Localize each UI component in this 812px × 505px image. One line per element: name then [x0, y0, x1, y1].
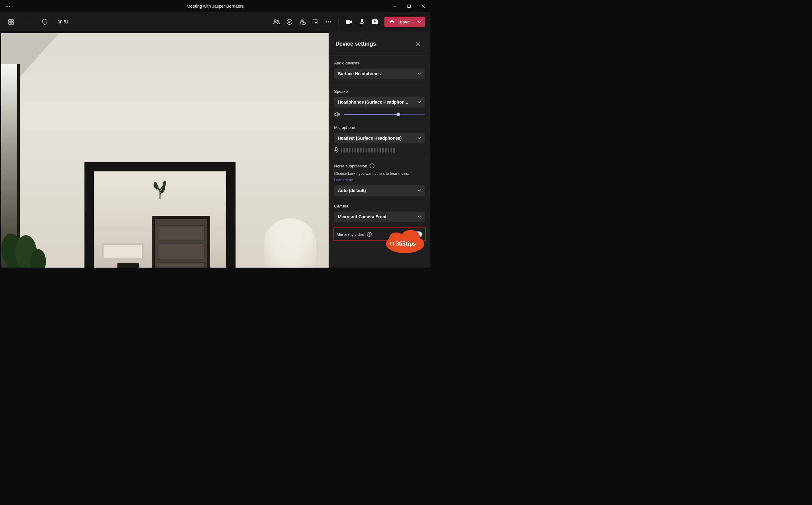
- maximize-icon: [407, 4, 411, 8]
- leave-button-label: Leave: [397, 19, 410, 24]
- brand-logo: 365tips: [384, 230, 427, 254]
- minimize-button[interactable]: [388, 0, 402, 12]
- mic-icon: [334, 147, 339, 153]
- learn-more-link[interactable]: Learn more: [334, 178, 353, 182]
- info-icon[interactable]: [370, 163, 375, 168]
- svg-rect-16: [313, 20, 318, 24]
- meeting-timer: 00:51: [58, 19, 68, 24]
- microphone-value: Headset (Surface Headphones): [338, 136, 402, 141]
- window-title: Meeting with Jasper Bernaers: [187, 4, 243, 9]
- chevron-down-icon: [417, 215, 421, 218]
- volume-slider[interactable]: [344, 114, 425, 115]
- chat-button[interactable]: [284, 16, 295, 27]
- svg-rect-5: [11, 19, 14, 22]
- svg-point-9: [277, 20, 279, 22]
- svg-point-38: [369, 233, 370, 234]
- panel-title: Device settings: [336, 41, 376, 47]
- audio-devices-dropdown[interactable]: Surface Headphones: [334, 68, 425, 79]
- pip-icon: [312, 19, 319, 25]
- svg-rect-7: [11, 22, 14, 24]
- hand-icon: [299, 19, 306, 25]
- chevron-down-icon: [417, 72, 421, 75]
- leave-options-button[interactable]: [414, 17, 425, 27]
- camera-icon: [346, 19, 352, 24]
- divider: [339, 18, 339, 26]
- camera-label: Camera: [334, 204, 425, 208]
- plant-decoration: [1, 190, 47, 268]
- chevron-down-icon: [417, 189, 421, 192]
- svg-point-35: [372, 165, 372, 165]
- camera-value: Microsoft Camera Front: [338, 214, 387, 219]
- device-settings-panel: Device settings Audio devices Surface He…: [329, 31, 430, 268]
- reactions-button[interactable]: [297, 16, 308, 27]
- svg-point-15: [304, 23, 305, 23]
- svg-rect-44: [391, 242, 393, 245]
- svg-rect-4: [9, 19, 11, 22]
- more-dots-icon: [326, 21, 331, 22]
- rooms-button[interactable]: [310, 16, 321, 27]
- shield-button[interactable]: [39, 16, 50, 27]
- video-feed: [1, 33, 329, 268]
- mirror-video-label: Mirror my video: [337, 232, 372, 237]
- shield-icon: [42, 19, 47, 25]
- svg-point-26: [161, 189, 164, 193]
- svg-rect-6: [9, 22, 11, 24]
- mic-toggle-button[interactable]: [356, 16, 368, 27]
- svg-text:365tips: 365tips: [396, 240, 416, 247]
- more-dots-icon: [6, 6, 10, 7]
- audio-devices-value: Surface Headphones: [338, 71, 381, 76]
- chevron-down-icon: [417, 101, 421, 103]
- chat-icon: [286, 19, 292, 25]
- camera-toggle-button[interactable]: [344, 16, 355, 27]
- svg-point-24: [155, 185, 159, 190]
- more-options-button[interactable]: [4, 5, 11, 8]
- svg-point-23: [163, 181, 166, 186]
- svg-rect-32: [336, 147, 337, 151]
- speaker-icon: [334, 112, 340, 117]
- speaker-label: Speaker: [334, 89, 425, 94]
- audio-devices-label: Audio devices: [334, 61, 425, 65]
- svg-point-13: [303, 22, 306, 25]
- close-icon: [416, 42, 420, 46]
- divider: [28, 18, 28, 26]
- mic-level-indicator: [341, 148, 395, 153]
- svg-rect-19: [361, 19, 363, 22]
- close-icon: [421, 4, 425, 8]
- chevron-down-icon: [417, 137, 421, 139]
- share-icon: [372, 19, 378, 25]
- chevron-down-icon: [418, 21, 421, 23]
- svg-point-10: [287, 19, 292, 25]
- noise-suppression-dropdown[interactable]: Auto (default): [334, 185, 425, 196]
- info-icon[interactable]: [367, 232, 372, 237]
- microphone-label: Microphone: [334, 125, 425, 130]
- maximize-button[interactable]: [402, 0, 416, 12]
- share-button[interactable]: [369, 16, 380, 27]
- mic-icon: [360, 18, 364, 25]
- volume-thumb[interactable]: [396, 113, 400, 116]
- people-icon: [273, 19, 280, 25]
- svg-point-14: [303, 23, 304, 23]
- speaker-value: Headphones (Surface Headphon...: [338, 100, 408, 105]
- hangup-icon: [389, 20, 395, 24]
- noise-suppression-label: Noise suppression: [334, 163, 425, 168]
- noise-suppression-value: Auto (default): [338, 188, 366, 193]
- leave-button[interactable]: Leave: [384, 17, 414, 27]
- grid-icon: [8, 19, 14, 25]
- svg-rect-1: [408, 5, 411, 8]
- participants-button[interactable]: [271, 16, 282, 27]
- gallery-layout-button[interactable]: [6, 16, 17, 27]
- noise-suppression-helper: Choose Low if you want others to hear mu…: [334, 171, 425, 176]
- more-actions-button[interactable]: [323, 16, 334, 27]
- close-panel-button[interactable]: [412, 38, 424, 49]
- close-window-button[interactable]: [416, 0, 430, 12]
- minimize-icon: [393, 4, 397, 8]
- volume-fill: [344, 114, 398, 115]
- svg-point-8: [274, 20, 276, 22]
- svg-rect-18: [346, 20, 350, 24]
- svg-rect-17: [316, 22, 317, 23]
- speaker-dropdown[interactable]: Headphones (Surface Headphon...: [334, 97, 425, 107]
- camera-dropdown[interactable]: Microsoft Camera Front: [334, 211, 425, 222]
- microphone-dropdown[interactable]: Headset (Surface Headphones): [334, 133, 425, 143]
